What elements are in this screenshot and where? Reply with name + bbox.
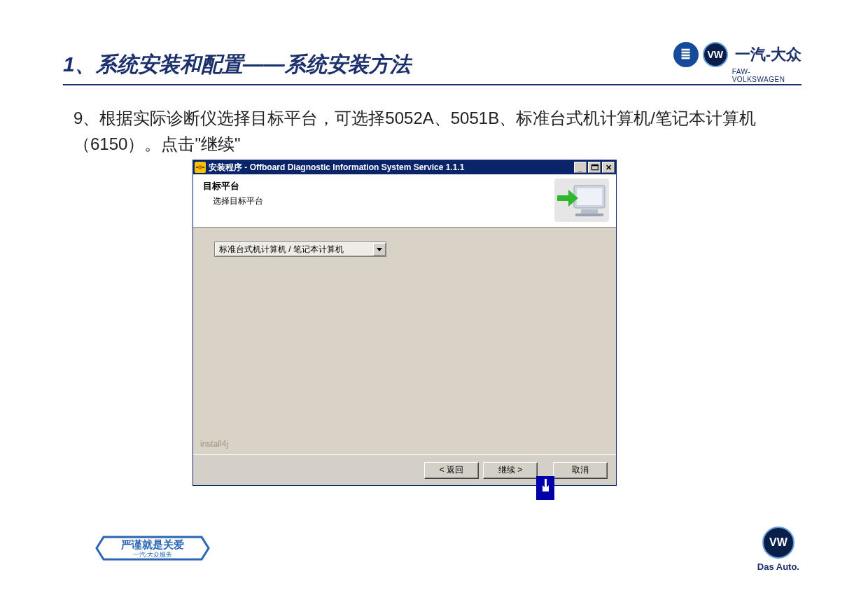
installer-app-icon [195, 162, 206, 173]
target-platform-dropdown[interactable]: 标准台式机计算机 / 笔记本计算机 [214, 242, 386, 257]
svg-marker-7 [377, 248, 382, 251]
faw-logo-icon: ≣ [673, 42, 699, 67]
back-button[interactable]: < 返回 [424, 462, 479, 479]
installer-header-panel: 目标平台 选择目标平台 [193, 174, 616, 228]
das-auto-text: Das Auto. [757, 561, 799, 572]
installer-main-panel: 标准台式机计算机 / 笔记本计算机 install4j [193, 228, 616, 454]
svg-rect-5 [575, 214, 603, 216]
installer-header-title: 目标平台 [203, 180, 263, 193]
slide-title: 1、系统安装和配置——系统安装方法 [63, 50, 411, 79]
restore-button[interactable]: 🗖 [588, 162, 601, 173]
minimize-button[interactable]: _ [574, 162, 587, 173]
computer-arrow-icon [554, 179, 609, 222]
svg-point-1 [198, 165, 202, 169]
footer-left-main: 严谨就是关爱 [120, 539, 184, 550]
link-cursor-icon [536, 476, 554, 500]
footer-right-logo: VW Das Auto. [757, 526, 799, 572]
vw-logo-footer-icon: VW [762, 526, 794, 559]
brand-top-logo: ≣ VW 一汽-大众 FAW-VOLKSWAGEN [673, 42, 802, 67]
footer-left-sub: 一汽·大众服务 [133, 551, 172, 558]
installer-window: 安装程序 - Offboard Diagnostic Information S… [192, 160, 617, 486]
cancel-button[interactable]: 取消 [553, 462, 608, 479]
dropdown-selected-value: 标准台式机计算机 / 笔记本计算机 [215, 244, 373, 256]
next-button[interactable]: 继续 > [483, 462, 538, 479]
installer-header-subtitle: 选择目标平台 [213, 195, 263, 207]
slide-body-text: 9、根据实际诊断仪选择目标平台，可选择5052A、5051B、标准台式机计算机/… [74, 105, 798, 157]
brand-top-subtext: FAW-VOLKSWAGEN [732, 68, 802, 83]
svg-rect-4 [581, 209, 598, 214]
svg-rect-3 [577, 188, 602, 205]
title-divider [63, 84, 802, 85]
chevron-down-icon[interactable] [373, 243, 386, 256]
install4j-label: install4j [200, 439, 228, 449]
installer-title-text: 安装程序 - Offboard Diagnostic Information S… [209, 162, 464, 174]
close-button[interactable]: ✕ [602, 162, 615, 173]
installer-titlebar[interactable]: 安装程序 - Offboard Diagnostic Information S… [193, 160, 616, 174]
footer-left-badge: 严谨就是关爱 一汽·大众服务 [91, 531, 214, 565]
brand-top-text: 一汽-大众 [735, 44, 802, 65]
vw-logo-icon: VW [703, 42, 728, 67]
